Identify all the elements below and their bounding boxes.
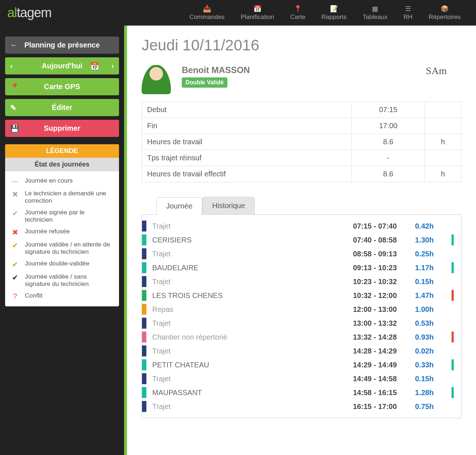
status-bar — [452, 290, 454, 301]
topnav-tableaux[interactable]: ▦Tableaux — [355, 2, 396, 24]
color-bar — [142, 318, 146, 329]
color-bar — [142, 234, 146, 245]
color-bar — [142, 401, 146, 412]
legend-icon: — — [10, 177, 20, 186]
logo: altagem — [7, 5, 51, 20]
day-row[interactable]: CERISIERS07:40 - 08:581.30h — [142, 233, 461, 247]
save-icon: 💾 — [10, 124, 19, 133]
nav-icon: 📅 — [241, 5, 274, 13]
legend-item: ✖Le technicien a demandé une correction — [10, 188, 114, 207]
duration: 1.00h — [415, 305, 444, 314]
gps-button[interactable]: 📍 Carte GPS — [5, 78, 119, 95]
arrow-left-icon: ← — [10, 41, 18, 49]
nav-icon: ▦ — [363, 5, 388, 13]
day-row[interactable]: Trajet08:58 - 09:130.25h — [142, 247, 461, 261]
status-bar — [452, 359, 454, 370]
topnav-rapports[interactable]: 📝Rapports — [314, 2, 355, 24]
back-button[interactable]: ← Planning de présence — [5, 37, 119, 54]
signature: SAm — [426, 65, 461, 77]
color-bar — [142, 290, 146, 301]
activity-label: Trajet — [152, 347, 353, 355]
duration: 1.30h — [415, 236, 444, 244]
legend-icon: ✔ — [10, 273, 20, 282]
time-range: 13:00 - 13:32 — [353, 319, 415, 328]
day-panel: Trajet07:15 - 07:400.42hCERISIERS07:40 -… — [142, 214, 461, 418]
topnav-rh[interactable]: ☰RH — [396, 2, 421, 24]
activity-label: Trajet — [152, 222, 353, 230]
time-range: 09:13 - 10:23 — [353, 264, 415, 272]
legend-title: LÉGENDE — [5, 144, 119, 158]
status-bar — [452, 401, 454, 412]
day-row[interactable]: Repas12:00 - 13:001.00h — [142, 302, 461, 316]
time-range: 14:28 - 14:29 — [353, 347, 415, 355]
color-bar — [142, 373, 146, 384]
topnav-commandes[interactable]: 📥Commandes — [181, 2, 233, 24]
activity-label: Trajet — [152, 278, 353, 286]
duration: 1.17h — [415, 264, 444, 272]
duration: 0.42h — [415, 222, 444, 230]
duration: 1.47h — [415, 291, 444, 300]
activity-label: PETIT CHATEAU — [152, 361, 353, 369]
day-row[interactable]: MAUPASSANT14:58 - 16:151.28h — [142, 386, 461, 399]
topnav-carte[interactable]: 📍Carte — [282, 2, 314, 24]
time-range: 10:23 - 10:32 — [353, 278, 415, 286]
legend-icon: ✖ — [10, 190, 20, 199]
duration: 0.15h — [415, 375, 444, 383]
color-bar — [142, 387, 146, 398]
day-row[interactable]: BAUDELAIRE09:13 - 10:231.17h — [142, 261, 461, 275]
nav-icon: 📦 — [429, 5, 461, 13]
edit-icon: ✎ — [10, 103, 16, 112]
duration: 0.02h — [415, 347, 444, 355]
info-row: Fin17:00 — [142, 118, 461, 134]
info-row: Tps trajet réinsuf- — [142, 150, 461, 166]
legend-item: ✖Journée refusée — [10, 226, 114, 239]
pin-icon: 📍 — [10, 83, 19, 91]
day-row[interactable]: Trajet14:49 - 14:580.15h — [142, 372, 461, 386]
avatar — [142, 65, 171, 94]
person-name: Benoit MASSON — [182, 65, 250, 75]
day-row[interactable]: Trajet14:28 - 14:290.02h — [142, 344, 461, 358]
status-bar — [452, 234, 454, 245]
duration: 0.25h — [415, 250, 444, 258]
tab-historique[interactable]: Historique — [202, 197, 255, 214]
day-row[interactable]: Trajet10:23 - 10:320.15h — [142, 275, 461, 288]
legend-item: ?Conflit — [10, 290, 114, 303]
status-bar — [452, 221, 454, 232]
delete-button[interactable]: 💾 Supprimer — [5, 120, 119, 137]
tab-journee[interactable]: Journée — [156, 197, 202, 215]
legend: LÉGENDE État des journées —Journée en co… — [5, 144, 119, 306]
color-bar — [142, 345, 146, 356]
day-row[interactable]: Chantier non répertorié13:32 - 14:280.93… — [142, 330, 461, 344]
status-bar — [452, 332, 454, 343]
color-bar — [142, 262, 146, 273]
status-bar — [452, 304, 454, 315]
time-range: 14:29 - 14:49 — [353, 361, 415, 369]
day-row[interactable]: Trajet07:15 - 07:400.42h — [142, 219, 461, 233]
page-title: Jeudi 10/11/2016 — [142, 37, 461, 54]
activity-label: Trajet — [152, 250, 353, 258]
duration: 1.28h — [415, 389, 444, 397]
legend-item: ✔Journée signée par le technicien — [10, 207, 114, 226]
legend-icon: ? — [10, 292, 20, 301]
chevron-right-icon: › — [111, 62, 114, 70]
time-range: 12:00 - 13:00 — [353, 305, 415, 314]
duration: 0.53h — [415, 319, 444, 328]
status-bar — [452, 262, 454, 273]
activity-label: LES TROIS CHENES — [152, 291, 353, 300]
chevron-left-icon: ‹ — [10, 62, 13, 70]
day-row[interactable]: LES TROIS CHENES10:32 - 12:001.47h — [142, 288, 461, 302]
activity-label: CERISIERS — [152, 236, 353, 244]
time-range: 14:58 - 16:15 — [353, 389, 415, 397]
topnav-planification[interactable]: 📅Planification — [233, 2, 282, 24]
topnav-répertoires[interactable]: 📦Répertoires — [421, 2, 469, 24]
today-button[interactable]: ‹ Aujourd'hui 📅 › — [5, 57, 119, 74]
legend-icon: ✔ — [10, 209, 20, 218]
duration: 0.93h — [415, 333, 444, 341]
edit-button[interactable]: ✎ Éditer — [5, 99, 119, 116]
day-row[interactable]: PETIT CHATEAU14:29 - 14:490.33h — [142, 358, 461, 372]
legend-item: ✔Journée validée / en attente de signatu… — [10, 239, 114, 258]
day-row[interactable]: Trajet16:15 - 17:000.75h — [142, 399, 461, 413]
color-bar — [142, 221, 146, 232]
day-row[interactable]: Trajet13:00 - 13:320.53h — [142, 316, 461, 330]
legend-item: ✔Journée validée / sans signature du tec… — [10, 271, 114, 290]
